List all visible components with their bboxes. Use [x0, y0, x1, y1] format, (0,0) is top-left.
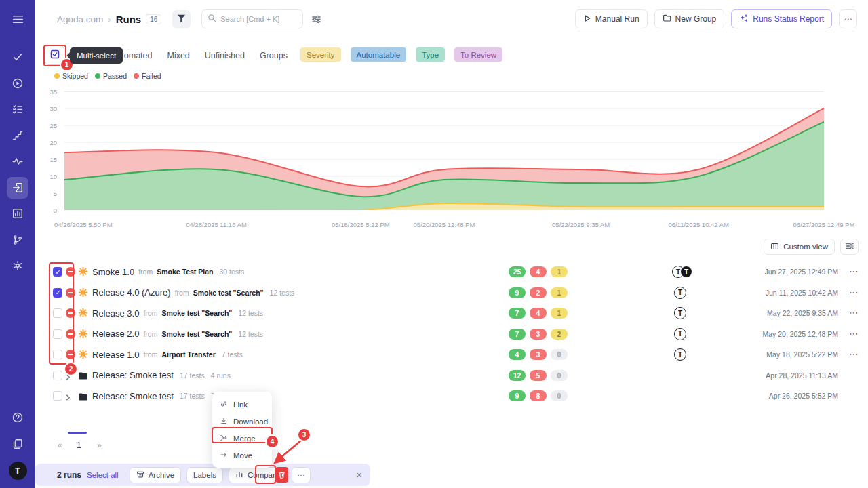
play-circle-icon[interactable]	[7, 73, 28, 94]
custom-view-button[interactable]: Custom view	[764, 239, 835, 255]
avatar[interactable]: T	[674, 307, 686, 319]
menu-icon[interactable]	[7, 8, 28, 30]
row-checkbox[interactable]	[53, 288, 62, 298]
run-title[interactable]: Release 4.0 (Azure)	[92, 287, 171, 298]
passed-badge: 25	[509, 266, 526, 277]
group-runs-count: 4 runs	[211, 371, 231, 380]
failed-badge: 3	[530, 349, 547, 360]
run-plan[interactable]: Smoke Test Plan	[157, 268, 213, 276]
search-input[interactable]	[220, 15, 295, 23]
table-row[interactable]: Release 1.0 from Airport Transfer 7 test…	[35, 344, 868, 365]
table-row[interactable]: Release 2.0 from Smoke test "Search" 12 …	[35, 324, 868, 345]
menu-item-merge[interactable]: Merge	[212, 430, 272, 447]
settings-icon[interactable]	[7, 255, 28, 277]
chevron-right-icon[interactable]	[64, 392, 72, 404]
new-group-button[interactable]: New Group	[654, 9, 725, 28]
run-plan[interactable]: Smoke test "Search"	[193, 289, 264, 297]
avatar[interactable]: T	[674, 287, 686, 299]
labels-button[interactable]: Labels	[186, 467, 223, 483]
branch-icon[interactable]	[7, 229, 28, 251]
row-more-button[interactable]: ⋯	[849, 285, 859, 299]
link-icon	[220, 400, 228, 409]
pill-to-review[interactable]: To Review	[454, 47, 502, 62]
chart-plot	[64, 92, 824, 210]
pagination: « 1 »	[35, 441, 144, 451]
row-checkbox[interactable]	[53, 350, 62, 359]
from-label: from	[143, 309, 157, 317]
legend-passed: Passed	[95, 72, 127, 80]
page-title: Runs	[116, 14, 142, 25]
page-number[interactable]: 1	[77, 441, 81, 450]
filter-pills: Severity Automatable Type To Review	[300, 47, 502, 62]
run-spark-icon	[78, 266, 88, 279]
tab-groups[interactable]: Groups	[260, 51, 288, 60]
table-row[interactable]: Release 4.0 (Azure) from Smoke test "Sea…	[35, 283, 868, 304]
avatar[interactable]: T	[674, 328, 686, 340]
docs-icon[interactable]	[7, 433, 28, 455]
group-title[interactable]: Release: Smoke test	[92, 391, 174, 401]
view-settings-button[interactable]	[840, 239, 859, 255]
select-all-link[interactable]: Select all	[87, 471, 119, 479]
assignee-avatars: T	[674, 328, 686, 340]
tab-unfinished[interactable]: Unfinished	[205, 51, 245, 60]
menu-item-link[interactable]: Link	[212, 396, 272, 413]
header-more-button[interactable]: ⋯	[839, 9, 857, 28]
pill-severity[interactable]: Severity	[300, 47, 341, 62]
avatar[interactable]: T	[680, 266, 692, 278]
next-page-button[interactable]: »	[97, 441, 102, 450]
table-row[interactable]: Smoke 1.0 from Smoke Test Plan 30 tests …	[35, 262, 868, 283]
group-row[interactable]: Release: Smoke test 17 tests 4 runs 12 5…	[35, 365, 868, 386]
runs-count-badge: 16	[146, 14, 161, 24]
breadcrumb-project[interactable]: Agoda.com	[57, 14, 103, 24]
avatar[interactable]: T	[674, 348, 686, 361]
test-list-icon[interactable]	[7, 98, 28, 120]
pill-type[interactable]: Type	[416, 47, 445, 62]
group-title[interactable]: Release: Smoke test	[92, 370, 174, 380]
activity-icon[interactable]	[7, 150, 28, 172]
chart-x-axis: 04/26/2025 5:50 PM04/28/2025 11:16 AM05/…	[53, 221, 868, 230]
run-plan[interactable]: Smoke test "Search"	[161, 330, 232, 338]
run-tests-count: 7 tests	[222, 350, 243, 359]
selection-bar: 2 runs Select all Archive Labels Compare…	[35, 464, 370, 486]
passed-badge: 9	[509, 390, 526, 401]
row-checkbox[interactable]	[53, 308, 62, 318]
row-more-button[interactable]: ⋯	[849, 327, 859, 340]
search-box[interactable]	[201, 9, 303, 28]
row-checkbox[interactable]	[53, 329, 62, 339]
prev-page-button[interactable]: «	[58, 441, 62, 450]
legend-skipped: Skipped	[54, 72, 88, 80]
menu-item-move[interactable]: Move	[212, 447, 272, 464]
row-checkbox[interactable]	[53, 371, 62, 380]
from-label: from	[175, 289, 189, 297]
run-title[interactable]: Smoke 1.0	[92, 267, 134, 277]
sparkles-icon	[739, 14, 749, 25]
run-plan[interactable]: Airport Transfer	[161, 350, 215, 359]
row-checkbox[interactable]	[53, 267, 62, 277]
group-row[interactable]: Release: Smoke test 17 tests 7 runs 9 8 …	[35, 386, 868, 407]
sliders-icon[interactable]	[311, 14, 321, 24]
filter-button[interactable]	[172, 10, 191, 28]
tab-mixed[interactable]: Mixed	[167, 51, 189, 60]
run-title[interactable]: Release 3.0	[92, 308, 139, 319]
menu-item-download[interactable]: Download	[212, 413, 272, 430]
check-icon[interactable]	[7, 46, 28, 68]
pill-automatable[interactable]: Automatable	[351, 47, 407, 62]
help-icon[interactable]	[7, 407, 28, 428]
row-more-button[interactable]: ⋯	[849, 347, 859, 361]
report-icon[interactable]	[7, 203, 28, 224]
close-icon[interactable]: ×	[356, 469, 362, 481]
run-title[interactable]: Release 1.0	[92, 350, 139, 360]
row-checkbox[interactable]	[53, 391, 62, 401]
run-title[interactable]: Release 2.0	[92, 329, 139, 339]
app-logo[interactable]: T	[9, 462, 27, 480]
table-row[interactable]: Release 3.0 from Smoke test "Search" 12 …	[35, 303, 868, 324]
archive-button[interactable]: Archive	[130, 467, 181, 483]
manual-run-button[interactable]: Manual Run	[575, 9, 648, 28]
runs-status-report-button[interactable]: Runs Status Report	[731, 9, 832, 28]
runs-icon[interactable]	[7, 177, 28, 199]
row-more-button[interactable]: ⋯	[849, 264, 859, 278]
row-more-button[interactable]: ⋯	[849, 306, 859, 319]
selection-more-button[interactable]: ⋯	[292, 467, 311, 483]
run-plan[interactable]: Smoke test "Search"	[161, 309, 232, 317]
steps-icon[interactable]	[7, 125, 28, 146]
